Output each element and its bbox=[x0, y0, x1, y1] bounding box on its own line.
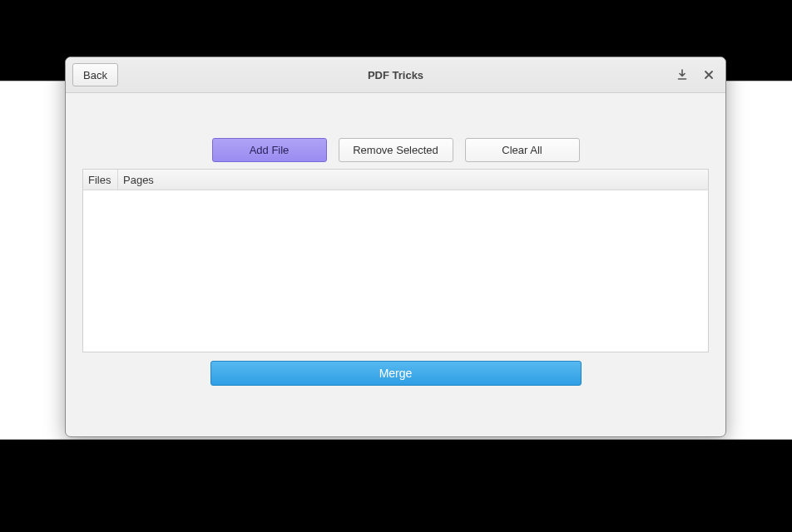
close-icon bbox=[704, 70, 714, 80]
window-title: PDF Tricks bbox=[66, 69, 725, 81]
column-header-pages[interactable]: Pages bbox=[118, 170, 708, 190]
remove-selected-button[interactable]: Remove Selected bbox=[339, 138, 453, 162]
download-icon bbox=[676, 69, 688, 81]
back-button[interactable]: Back bbox=[72, 63, 118, 86]
close-button[interactable] bbox=[699, 65, 719, 85]
file-toolbar: Add File Remove Selected Clear All bbox=[66, 138, 725, 169]
download-button[interactable] bbox=[672, 65, 692, 85]
file-list-header: Files Pages bbox=[83, 170, 708, 190]
header-bar: Back PDF Tricks bbox=[66, 57, 725, 93]
header-right-group bbox=[672, 65, 719, 85]
file-list: Files Pages bbox=[82, 169, 709, 352]
add-file-button[interactable]: Add File bbox=[212, 138, 327, 162]
content-area: Add File Remove Selected Clear All Files… bbox=[66, 93, 725, 436]
header-left-group: Back bbox=[72, 63, 118, 86]
action-bar: Merge bbox=[66, 352, 725, 386]
spacer bbox=[66, 93, 725, 138]
app-window: Back PDF Tricks bbox=[65, 57, 726, 437]
file-list-body[interactable] bbox=[83, 190, 708, 352]
column-header-files[interactable]: Files bbox=[83, 170, 118, 190]
merge-button[interactable]: Merge bbox=[210, 361, 582, 386]
clear-all-button[interactable]: Clear All bbox=[465, 138, 580, 162]
